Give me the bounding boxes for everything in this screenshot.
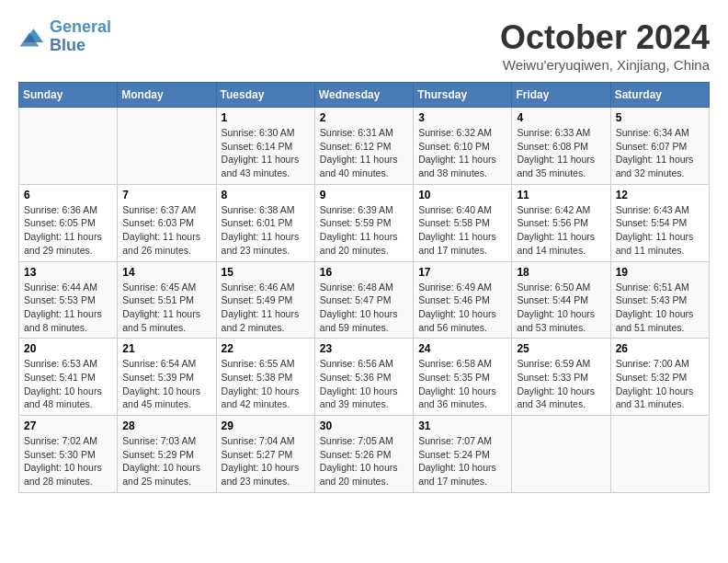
header-monday: Monday — [118, 83, 216, 108]
week-row-2: 6 Sunrise: 6:36 AMSunset: 6:05 PMDayligh… — [19, 184, 710, 261]
title-block: October 2024 Weiwu'eryuqiwen, Xinjiang, … — [500, 18, 710, 73]
day-detail: Sunrise: 7:05 AMSunset: 5:26 PMDaylight:… — [320, 434, 408, 488]
day-detail: Sunrise: 6:49 AMSunset: 5:46 PMDaylight:… — [418, 281, 506, 335]
day-cell-w5-d5: 31 Sunrise: 7:07 AMSunset: 5:24 PMDaylig… — [414, 416, 512, 493]
logo-icon — [18, 23, 46, 51]
day-detail: Sunrise: 6:34 AMSunset: 6:07 PMDaylight:… — [616, 126, 704, 180]
header-tuesday: Tuesday — [216, 83, 314, 108]
day-number: 8 — [222, 189, 310, 201]
day-number: 9 — [320, 189, 408, 201]
day-cell-w1-d7: 5 Sunrise: 6:34 AMSunset: 6:07 PMDayligh… — [610, 108, 709, 185]
day-number: 6 — [24, 189, 112, 201]
logo-text: General Blue — [50, 18, 111, 55]
day-cell-w1-d2 — [118, 108, 216, 185]
day-cell-w4-d6: 25 Sunrise: 6:59 AMSunset: 5:33 PMDaylig… — [512, 339, 610, 416]
day-detail: Sunrise: 7:04 AMSunset: 5:27 PMDaylight:… — [222, 434, 310, 488]
day-number: 22 — [222, 342, 310, 355]
day-cell-w5-d3: 29 Sunrise: 7:04 AMSunset: 5:27 PMDaylig… — [216, 416, 314, 493]
day-detail: Sunrise: 6:38 AMSunset: 6:01 PMDaylight:… — [222, 203, 310, 258]
day-cell-w3-d2: 14 Sunrise: 6:45 AMSunset: 5:51 PMDaylig… — [118, 261, 216, 339]
day-cell-w5-d1: 27 Sunrise: 7:02 AMSunset: 5:30 PMDaylig… — [19, 416, 118, 493]
day-number: 4 — [517, 111, 605, 124]
week-row-4: 20 Sunrise: 6:53 AMSunset: 5:41 PMDaylig… — [19, 339, 710, 416]
day-cell-w1-d3: 1 Sunrise: 6:30 AMSunset: 6:14 PMDayligh… — [216, 108, 314, 185]
day-cell-w2-d2: 7 Sunrise: 6:37 AMSunset: 6:03 PMDayligh… — [118, 184, 216, 261]
day-number: 7 — [122, 189, 210, 201]
logo: General Blue — [18, 18, 111, 55]
day-detail: Sunrise: 7:02 AMSunset: 5:30 PMDaylight:… — [24, 434, 112, 488]
day-number: 16 — [320, 266, 408, 279]
day-cell-w2-d4: 9 Sunrise: 6:39 AMSunset: 5:59 PMDayligh… — [314, 184, 413, 261]
day-number: 11 — [517, 189, 605, 201]
day-cell-w5-d4: 30 Sunrise: 7:05 AMSunset: 5:26 PMDaylig… — [314, 416, 413, 493]
day-cell-w3-d1: 13 Sunrise: 6:44 AMSunset: 5:53 PMDaylig… — [19, 261, 118, 339]
day-cell-w5-d6 — [512, 416, 610, 493]
day-number: 19 — [616, 266, 704, 279]
location: Weiwu'eryuqiwen, Xinjiang, China — [500, 57, 710, 73]
day-detail: Sunrise: 6:59 AMSunset: 5:33 PMDaylight:… — [517, 357, 605, 411]
day-detail: Sunrise: 6:31 AMSunset: 6:12 PMDaylight:… — [320, 126, 408, 180]
day-cell-w3-d7: 19 Sunrise: 6:51 AMSunset: 5:43 PMDaylig… — [610, 261, 709, 339]
day-cell-w1-d5: 3 Sunrise: 6:32 AMSunset: 6:10 PMDayligh… — [414, 108, 512, 185]
day-number: 30 — [320, 419, 408, 432]
day-detail: Sunrise: 6:37 AMSunset: 6:03 PMDaylight:… — [122, 203, 210, 258]
day-number: 24 — [418, 342, 506, 355]
day-number: 25 — [517, 342, 605, 355]
day-detail: Sunrise: 6:56 AMSunset: 5:36 PMDaylight:… — [320, 357, 408, 411]
day-number: 3 — [418, 111, 506, 124]
day-number: 12 — [616, 189, 704, 201]
header-friday: Friday — [512, 83, 610, 108]
day-cell-w3-d4: 16 Sunrise: 6:48 AMSunset: 5:47 PMDaylig… — [314, 261, 413, 339]
day-cell-w4-d4: 23 Sunrise: 6:56 AMSunset: 5:36 PMDaylig… — [314, 339, 413, 416]
week-row-3: 13 Sunrise: 6:44 AMSunset: 5:53 PMDaylig… — [19, 261, 710, 339]
day-detail: Sunrise: 6:45 AMSunset: 5:51 PMDaylight:… — [122, 281, 210, 335]
header-saturday: Saturday — [610, 83, 709, 108]
day-detail: Sunrise: 7:03 AMSunset: 5:29 PMDaylight:… — [122, 434, 210, 488]
calendar-table: Sunday Monday Tuesday Wednesday Thursday… — [18, 82, 710, 493]
day-detail: Sunrise: 6:42 AMSunset: 5:56 PMDaylight:… — [517, 203, 605, 258]
day-number: 26 — [616, 342, 704, 355]
day-number: 31 — [418, 419, 506, 432]
calendar-header-row: Sunday Monday Tuesday Wednesday Thursday… — [19, 83, 710, 108]
day-cell-w4-d5: 24 Sunrise: 6:58 AMSunset: 5:35 PMDaylig… — [414, 339, 512, 416]
day-detail: Sunrise: 6:55 AMSunset: 5:38 PMDaylight:… — [222, 357, 310, 411]
page-header: General Blue October 2024 Weiwu'eryuqiwe… — [18, 18, 710, 73]
day-number: 14 — [122, 266, 210, 279]
day-number: 27 — [24, 419, 112, 432]
day-number: 13 — [24, 266, 112, 279]
day-cell-w2-d3: 8 Sunrise: 6:38 AMSunset: 6:01 PMDayligh… — [216, 184, 314, 261]
day-cell-w2-d5: 10 Sunrise: 6:40 AMSunset: 5:58 PMDaylig… — [414, 184, 512, 261]
header-sunday: Sunday — [19, 83, 118, 108]
day-detail: Sunrise: 6:43 AMSunset: 5:54 PMDaylight:… — [616, 203, 704, 258]
day-cell-w1-d1 — [19, 108, 118, 185]
day-cell-w5-d2: 28 Sunrise: 7:03 AMSunset: 5:29 PMDaylig… — [118, 416, 216, 493]
day-cell-w4-d7: 26 Sunrise: 7:00 AMSunset: 5:32 PMDaylig… — [610, 339, 709, 416]
logo-line2: Blue — [50, 36, 85, 54]
day-detail: Sunrise: 6:50 AMSunset: 5:44 PMDaylight:… — [517, 281, 605, 335]
month-title: October 2024 — [500, 18, 710, 57]
header-wednesday: Wednesday — [314, 83, 413, 108]
day-number: 1 — [222, 111, 310, 124]
day-number: 20 — [24, 342, 112, 355]
day-number: 17 — [418, 266, 506, 279]
day-cell-w2-d6: 11 Sunrise: 6:42 AMSunset: 5:56 PMDaylig… — [512, 184, 610, 261]
day-detail: Sunrise: 6:44 AMSunset: 5:53 PMDaylight:… — [24, 281, 112, 335]
day-detail: Sunrise: 6:48 AMSunset: 5:47 PMDaylight:… — [320, 281, 408, 335]
day-detail: Sunrise: 6:53 AMSunset: 5:41 PMDaylight:… — [24, 357, 112, 411]
day-number: 15 — [222, 266, 310, 279]
day-cell-w2-d1: 6 Sunrise: 6:36 AMSunset: 6:05 PMDayligh… — [19, 184, 118, 261]
day-cell-w5-d7 — [610, 416, 709, 493]
day-number: 28 — [122, 419, 210, 432]
week-row-5: 27 Sunrise: 7:02 AMSunset: 5:30 PMDaylig… — [19, 416, 710, 493]
day-detail: Sunrise: 6:32 AMSunset: 6:10 PMDaylight:… — [418, 126, 506, 180]
day-detail: Sunrise: 6:58 AMSunset: 5:35 PMDaylight:… — [418, 357, 506, 411]
day-detail: Sunrise: 6:46 AMSunset: 5:49 PMDaylight:… — [222, 281, 310, 335]
day-detail: Sunrise: 6:33 AMSunset: 6:08 PMDaylight:… — [517, 126, 605, 180]
day-cell-w1-d6: 4 Sunrise: 6:33 AMSunset: 6:08 PMDayligh… — [512, 108, 610, 185]
day-detail: Sunrise: 6:39 AMSunset: 5:59 PMDaylight:… — [320, 203, 408, 258]
day-cell-w1-d4: 2 Sunrise: 6:31 AMSunset: 6:12 PMDayligh… — [314, 108, 413, 185]
day-cell-w4-d3: 22 Sunrise: 6:55 AMSunset: 5:38 PMDaylig… — [216, 339, 314, 416]
day-detail: Sunrise: 7:07 AMSunset: 5:24 PMDaylight:… — [418, 434, 506, 488]
day-detail: Sunrise: 6:30 AMSunset: 6:14 PMDaylight:… — [222, 126, 310, 180]
day-number: 23 — [320, 342, 408, 355]
